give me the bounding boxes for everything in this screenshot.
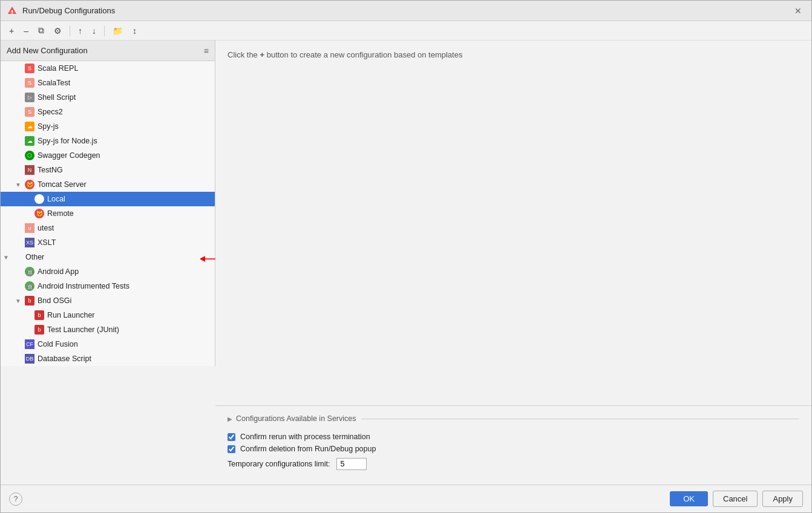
tree-item-android-app[interactable]: 🤖 Android App <box>1 264 215 279</box>
swagger-icon: ⬡ <box>25 151 34 160</box>
app-icon <box>7 5 18 16</box>
test-launcher-label: Test Launcher (JUnit) <box>47 325 210 334</box>
tree-item-specs2[interactable]: S Specs2 <box>1 105 215 119</box>
section-title: Configurations Available in Services <box>236 414 356 423</box>
expand-arrow <box>15 109 25 116</box>
cancel-button[interactable]: Cancel <box>713 491 758 507</box>
help-button[interactable]: ? <box>9 492 22 506</box>
database-script-icon: DB <box>25 354 34 364</box>
expand-arrow <box>25 327 34 333</box>
testng-label: TestNG <box>38 166 210 174</box>
spy-js-label: Spy-js <box>38 122 210 131</box>
tree-item-local[interactable]: 🐱 Local <box>1 192 215 206</box>
panel-header-title: Add New Configuration <box>7 46 88 55</box>
left-panel-wrapper: Add New Configuration ≡ S Scala REPL S S… <box>1 41 215 485</box>
temp-config-input[interactable] <box>336 458 367 470</box>
checkbox-confirm-deletion-label: Confirm deletion from Run/Debug popup <box>240 445 376 453</box>
folder-button[interactable]: 📁 <box>109 24 126 38</box>
collapsible-section: ▶ Configurations Available in Services <box>228 412 799 425</box>
collapsible-header[interactable]: ▶ Configurations Available in Services <box>228 412 799 425</box>
local-icon: 🐱 <box>34 194 44 204</box>
main-content: Add New Configuration ≡ S Scala REPL S S… <box>1 41 811 485</box>
expand-arrow <box>15 225 25 232</box>
tree-item-shell-script[interactable]: ▷ Shell Script <box>1 90 215 105</box>
tree-item-test-launcher[interactable]: b Test Launcher (JUnit) <box>1 322 215 337</box>
remote-icon: 🐱 <box>34 209 44 218</box>
tree-item-run-launcher[interactable]: b Run Launcher <box>1 308 215 322</box>
copy-button[interactable]: ⧉ <box>34 24 48 38</box>
window-title: Run/Debug Configurations <box>22 6 115 15</box>
expand-arrow <box>15 240 25 246</box>
other-label: Other <box>25 253 210 261</box>
apply-button[interactable]: Apply <box>762 491 803 507</box>
tomcat-server-label: Tomcat Server <box>38 180 210 189</box>
tree-item-remote[interactable]: 🐱 Remote <box>1 206 215 221</box>
expand-arrow <box>25 312 34 319</box>
android-app-label: Android App <box>38 267 210 276</box>
tree-item-spy-js-node[interactable]: ☁ Spy-js for Node.js <box>1 134 215 148</box>
tree-item-spy-js[interactable]: ☁ Spy-js <box>1 119 215 134</box>
tree-item-android-instrumented[interactable]: 🤖 Android Instrumented Tests <box>1 279 215 293</box>
title-bar-left: Run/Debug Configurations <box>7 5 115 16</box>
tree-item-other[interactable]: ▼ Other <box>1 250 215 264</box>
expand-arrow-bnd: ▼ <box>15 298 25 304</box>
android-instrumented-label: Android Instrumented Tests <box>38 282 210 290</box>
move-up-button[interactable]: ↑ <box>74 24 86 38</box>
checkbox-confirm-rerun[interactable] <box>228 433 235 441</box>
bottom-bar: ? OK Cancel Apply <box>1 485 811 512</box>
settings-button[interactable]: ⚙ <box>50 24 65 38</box>
tomcat-icon: 🐱 <box>25 180 34 189</box>
remove-button[interactable]: – <box>20 24 32 38</box>
run-launcher-icon: b <box>34 310 44 320</box>
tree-item-database-script[interactable]: DB Database Script <box>1 351 215 366</box>
expand-arrow <box>15 123 25 130</box>
right-bottom: ▶ Configurations Available in Services C… <box>215 405 811 485</box>
android-app-icon: 🤖 <box>25 267 34 276</box>
tree-container[interactable]: S Scala REPL S ScalaTest ▷ Shell Script <box>1 61 215 366</box>
panel-header: Add New Configuration ≡ <box>1 41 215 61</box>
right-panel: Click the + button to create a new confi… <box>215 41 811 485</box>
expand-arrow <box>15 152 25 159</box>
expand-arrow <box>15 138 25 145</box>
checkbox-row-2: Confirm deletion from Run/Debug popup <box>228 445 799 453</box>
move-down-button[interactable]: ↓ <box>88 24 100 38</box>
tree-item-bnd-osgi[interactable]: ▼ b Bnd OSGi <box>1 293 215 308</box>
add-button[interactable]: + <box>5 24 18 38</box>
title-bar: Run/Debug Configurations ✕ <box>1 1 811 21</box>
close-button[interactable]: ✕ <box>791 5 805 17</box>
expand-arrow <box>15 65 25 72</box>
checkbox-confirm-deletion[interactable] <box>228 445 235 453</box>
svg-rect-3 <box>11 13 13 15</box>
spy-js-node-label: Spy-js for Node.js <box>38 137 210 145</box>
expand-arrow-tomcat: ▼ <box>15 181 25 188</box>
shell-script-label: Shell Script <box>38 93 210 102</box>
shell-script-icon: ▷ <box>25 93 34 102</box>
tree-item-swagger[interactable]: ⬡ Swagger Codegen <box>1 148 215 163</box>
scalatest-icon: S <box>25 78 34 88</box>
toolbar-separator <box>70 25 70 36</box>
scala-repl-icon: S <box>25 64 34 73</box>
panel-header-pin[interactable]: ≡ <box>204 46 209 56</box>
scalatest-label: ScalaTest <box>38 79 210 87</box>
tree-item-xslt[interactable]: XS XSLT <box>1 235 215 250</box>
tree-item-scala-repl[interactable]: S Scala REPL <box>1 61 215 76</box>
bottom-right: OK Cancel Apply <box>670 491 803 507</box>
swagger-label: Swagger Codegen <box>38 151 210 160</box>
sort-button[interactable]: ↕ <box>129 24 140 38</box>
tree-item-testng[interactable]: N TestNG <box>1 163 215 177</box>
utest-label: utest <box>38 224 210 232</box>
toolbar: + – ⧉ ⚙ ↑ ↓ 📁 ↕ <box>1 21 811 41</box>
utest-icon: u <box>25 223 34 233</box>
temp-config-label: Temporary configurations limit: <box>228 460 330 468</box>
tree-item-tomcat-server[interactable]: ▼ 🐱 Tomcat Server <box>1 177 215 192</box>
tree-item-utest[interactable]: u utest <box>1 221 215 235</box>
cold-fusion-label: Cold Fusion <box>38 340 210 348</box>
bnd-osgi-icon: b <box>25 296 34 306</box>
database-script-label: Database Script <box>38 355 210 363</box>
test-launcher-icon: b <box>34 325 44 335</box>
specs2-icon: S <box>25 107 34 117</box>
tree-item-scalatest[interactable]: S ScalaTest <box>1 76 215 90</box>
tree-item-cold-fusion[interactable]: CF Cold Fusion <box>1 337 215 351</box>
ok-button[interactable]: OK <box>670 491 708 506</box>
toolbar-separator-2 <box>104 25 105 36</box>
